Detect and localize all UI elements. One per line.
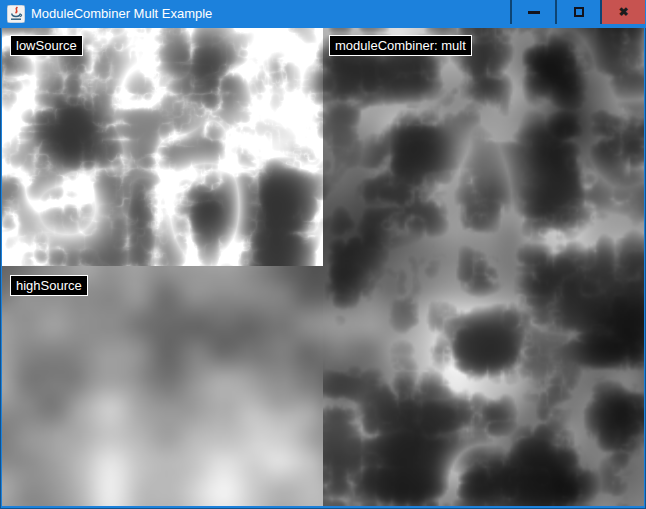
module-combiner-noise-image xyxy=(323,28,644,506)
java-app-icon xyxy=(7,5,25,23)
low-source-noise-image xyxy=(2,28,323,266)
window-title: ModuleCombiner Mult Example xyxy=(31,0,212,28)
close-button[interactable]: ✖ xyxy=(600,0,645,24)
high-source-noise-image xyxy=(2,266,323,506)
maximize-button[interactable] xyxy=(555,0,600,24)
titlebar[interactable]: ModuleCombiner Mult Example ✖ xyxy=(0,0,646,28)
minimize-icon xyxy=(528,11,540,14)
low-source-label: lowSource xyxy=(10,35,83,56)
close-icon: ✖ xyxy=(618,6,628,18)
minimize-button[interactable] xyxy=(510,0,555,24)
high-source-label: highSource xyxy=(10,275,88,296)
window-controls: ✖ xyxy=(510,0,645,24)
app-window: ModuleCombiner Mult Example ✖ lowSource … xyxy=(0,0,646,509)
maximize-icon xyxy=(574,7,584,17)
module-combiner-label: moduleCombiner: mult xyxy=(329,35,472,56)
